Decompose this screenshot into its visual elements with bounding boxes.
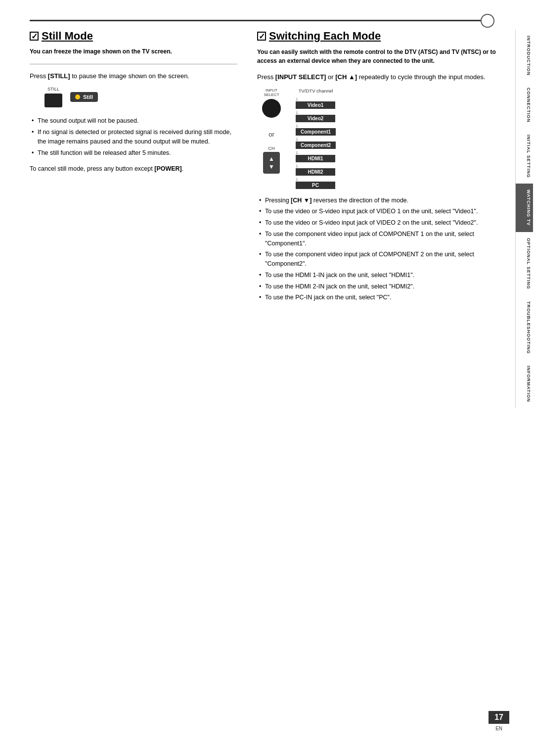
still-bullet-2: If no signal is detected or protected si… — [30, 128, 237, 146]
input-select-button-diagram: INPUTSELECT — [262, 88, 281, 118]
sidebar-tab-optional-setting: OPTIONAL SETTING — [515, 232, 533, 295]
still-cancel-text: To cancel still mode, press any button e… — [30, 164, 237, 174]
input-select-circle — [262, 99, 281, 118]
still-mode-checkbox-icon — [30, 32, 39, 41]
still-mode-divider — [30, 64, 237, 64]
channel-arrow-5: ↓ — [296, 162, 299, 168]
channel-list: ↓ Video1 ↓ Video2 ↓ Component1 ↓ Compone… — [296, 95, 336, 189]
ch-button-shape: ▲ ▼ — [263, 152, 280, 174]
sidebar-tab-troubleshooting: TROUBLESHOOTING — [515, 295, 533, 360]
diagram-buttons-group: INPUTSELECT or CH ▲ ▼ — [262, 88, 281, 174]
channel-arrow-3: ↓ — [296, 136, 299, 142]
ch-down-arrow: ▼ — [268, 164, 274, 170]
screen-dot-icon — [75, 94, 80, 99]
or-label: or — [268, 131, 274, 138]
sidebar-tab-information: INFORMATION — [515, 360, 533, 408]
switching-mode-title: Switching Each Mode — [257, 30, 509, 43]
switching-bullet-5: To use the component video input jack of… — [257, 250, 509, 269]
switching-bullet-6: To use the HDMI 1-IN jack on the unit, s… — [257, 271, 509, 280]
still-bullet-3: The still function will be released afte… — [30, 148, 237, 158]
channel-arrow-4: ↓ — [296, 149, 299, 155]
still-dark-button — [44, 94, 62, 107]
top-circle-decoration — [481, 14, 494, 28]
top-decorative-bar — [30, 20, 485, 21]
switching-mode-section: Switching Each Mode You can easily switc… — [257, 30, 509, 309]
channel-box-video1: Video1 — [296, 101, 335, 109]
switching-bullet-4: To use the component video input jack of… — [257, 230, 509, 248]
still-bullets: The sound output will not be paused. If … — [30, 116, 237, 157]
channel-list-wrapper: TV/DTV channel ↓ Video1 ↓ Video2 ↓ Compo… — [296, 88, 336, 189]
still-screen-label: Still — [83, 94, 93, 100]
sidebar-tab-watching-tv: WATCHING TV — [515, 184, 533, 232]
tv-dtv-label: TV/DTV channel — [299, 88, 333, 94]
switching-instruction: Press [INPUT SELECT] or [CH ▲] repeatedl… — [257, 72, 509, 82]
page-number-area: 17 EN — [489, 711, 509, 731]
switching-bullet-8: To use the PC-IN jack on the unit, selec… — [257, 293, 509, 302]
ch-up-arrow: ▲ — [268, 156, 274, 162]
channel-box-hdmi1: HDMI1 — [296, 155, 335, 162]
sidebar-tabs: INTRODUCTION CONNECTION INITIAL SETTING … — [514, 30, 534, 722]
channel-box-video2: Video2 — [296, 115, 335, 122]
sidebar-tab-initial-setting: INITIAL SETTING — [515, 129, 533, 184]
switching-bullet-1: Pressing [CH ▼] reverses the direction o… — [257, 196, 509, 205]
input-diagram: INPUTSELECT or CH ▲ ▼ TV/DTV channel — [262, 88, 509, 189]
ch-button-diagram: CH ▲ ▼ — [263, 146, 280, 174]
channel-box-pc: PC — [296, 182, 335, 189]
still-label: STILL — [44, 87, 62, 92]
switching-bullets: Pressing [CH ▼] reverses the direction o… — [257, 196, 509, 303]
page-lang-label: EN — [495, 726, 502, 731]
channel-arrow-2: ↓ — [296, 122, 299, 128]
still-screen-display: Still — [70, 92, 98, 102]
ch-label: CH — [268, 146, 275, 151]
input-select-label: INPUTSELECT — [264, 88, 279, 97]
still-mode-section: Still Mode You can freeze the image show… — [30, 30, 237, 309]
sidebar-tab-introduction: INTRODUCTION — [515, 30, 533, 82]
still-instruction: Press [STILL] to pause the image shown o… — [30, 71, 237, 81]
switching-mode-subtitle: You can easily switch with the remote co… — [257, 47, 509, 65]
still-mode-subtitle: You can freeze the image shown on the TV… — [30, 47, 237, 56]
switching-bullet-7: To use the HDMI 2-IN jack on the unit, s… — [257, 282, 509, 291]
channel-arrow-0: ↓ — [296, 95, 299, 101]
switching-mode-checkbox-icon — [257, 32, 266, 41]
page-number-box: 17 — [489, 711, 509, 724]
still-button-group: STILL — [44, 87, 62, 107]
main-content: Still Mode You can freeze the image show… — [30, 30, 509, 716]
channel-box-hdmi2: HDMI2 — [296, 168, 335, 176]
switching-bullet-2: To use the video or S-video input jack o… — [257, 207, 509, 216]
still-illustration: STILL Still — [44, 87, 237, 107]
channel-box-component1: Component1 — [296, 128, 336, 136]
switching-bullet-3: To use the video or S-video input jack o… — [257, 218, 509, 228]
channel-arrow-1: ↓ — [296, 109, 299, 115]
channel-arrow-6: ↓ — [296, 176, 299, 182]
channel-box-component2: Component2 — [296, 142, 336, 149]
still-mode-title: Still Mode — [30, 30, 237, 43]
sidebar-tab-connection: CONNECTION — [515, 82, 533, 129]
still-bullet-1: The sound output will not be paused. — [30, 116, 237, 126]
